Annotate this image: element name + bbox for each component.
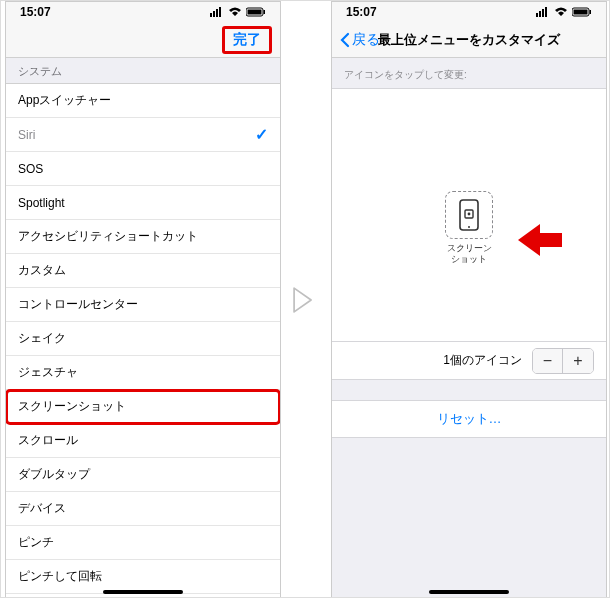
svg-point-16 [468,213,471,216]
status-time: 15:07 [346,5,377,19]
svg-rect-5 [248,10,262,15]
stepper-minus[interactable]: − [533,349,563,373]
reset-button[interactable]: リセット… [332,400,606,438]
right-phone-screen: 15:07 戻る 最上位メニューをカスタマイズ アイコンをタップして変更: [331,1,607,598]
phone-screenshot-icon [456,198,482,232]
list-item[interactable]: ホーム [6,594,280,598]
list-item[interactable]: カスタム [6,254,280,288]
list-item-label: ダブルタップ [18,466,90,483]
list-item-label: スクロール [18,432,78,449]
list-item[interactable]: Siri✓ [6,118,280,152]
list-item-label: SOS [18,162,43,176]
list-item-label: デバイス [18,500,66,517]
status-bar: 15:07 [332,2,606,22]
list-item[interactable]: シェイク [6,322,280,356]
list-item-label: Appスイッチャー [18,92,111,109]
nav-bar: 完了 [6,22,280,58]
list-item-label: コントロールセンター [18,296,138,313]
svg-rect-2 [216,9,218,17]
callout-arrow-icon [516,221,564,263]
left-phone-screen: 15:07 完了 システム AppスイッチャーSiri✓SOSSpotlight… [5,1,281,598]
list-item-label: ジェスチャ [18,364,78,381]
stepper-plus[interactable]: + [563,349,593,373]
icon-count-row: 1個のアイコン − + [332,342,606,380]
list-item-label: Spotlight [18,196,65,210]
list-item-label: シェイク [18,330,66,347]
list-item-label: Siri [18,128,35,142]
status-icons [536,7,592,17]
back-button[interactable]: 戻る [340,31,380,49]
status-bar: 15:07 [6,2,280,22]
transition-arrow [281,1,331,598]
svg-rect-12 [574,10,588,15]
status-icons [210,7,266,17]
hint-label: アイコンをタップして変更: [332,58,606,88]
page-title: 最上位メニューをカスタマイズ [378,31,560,49]
list-item[interactable]: Appスイッチャー [6,84,280,118]
chevron-left-icon [340,32,350,48]
icon-count-label: 1個のアイコン [443,352,522,369]
list-item-label: スクリーンショット [18,398,126,415]
list-item[interactable]: SOS [6,152,280,186]
status-time: 15:07 [20,5,51,19]
list-item[interactable]: ピンチして回転 [6,560,280,594]
icon-grid: スクリーンショット [332,88,606,342]
list-item[interactable]: デバイス [6,492,280,526]
list-item[interactable]: ダブルタップ [6,458,280,492]
list-item-label: アクセシビリティショートカット [18,228,198,245]
section-header: システム [6,58,280,84]
svg-rect-8 [539,11,541,17]
screenshot-icon-slot[interactable] [445,191,493,239]
settings-list: AppスイッチャーSiri✓SOSSpotlightアクセシビリティショートカッ… [6,84,280,598]
list-item[interactable]: スクリーンショット [6,390,280,424]
list-item[interactable]: Spotlight [6,186,280,220]
home-indicator[interactable] [103,590,183,594]
svg-rect-9 [542,9,544,17]
nav-bar: 戻る 最上位メニューをカスタマイズ [332,22,606,58]
list-item[interactable]: アクセシビリティショートカット [6,220,280,254]
svg-rect-7 [536,13,538,17]
svg-rect-13 [590,10,592,14]
checkmark-icon: ✓ [255,125,268,144]
list-item[interactable]: スクロール [6,424,280,458]
list-item[interactable]: コントロールセンター [6,288,280,322]
icon-count-stepper[interactable]: − + [532,348,594,374]
svg-point-17 [468,226,470,228]
list-item[interactable]: ピンチ [6,526,280,560]
icon-label: スクリーンショット [447,243,492,265]
list-item-label: ピンチ [18,534,54,551]
svg-rect-6 [264,10,266,14]
home-indicator[interactable] [429,590,509,594]
list-item[interactable]: ジェスチャ [6,356,280,390]
svg-rect-10 [545,7,547,17]
svg-rect-0 [210,13,212,17]
svg-rect-3 [219,7,221,17]
list-item-label: カスタム [18,262,66,279]
list-item-label: ピンチして回転 [18,568,102,585]
done-button[interactable]: 完了 [222,26,272,54]
svg-rect-1 [213,11,215,17]
back-label: 戻る [352,31,380,49]
